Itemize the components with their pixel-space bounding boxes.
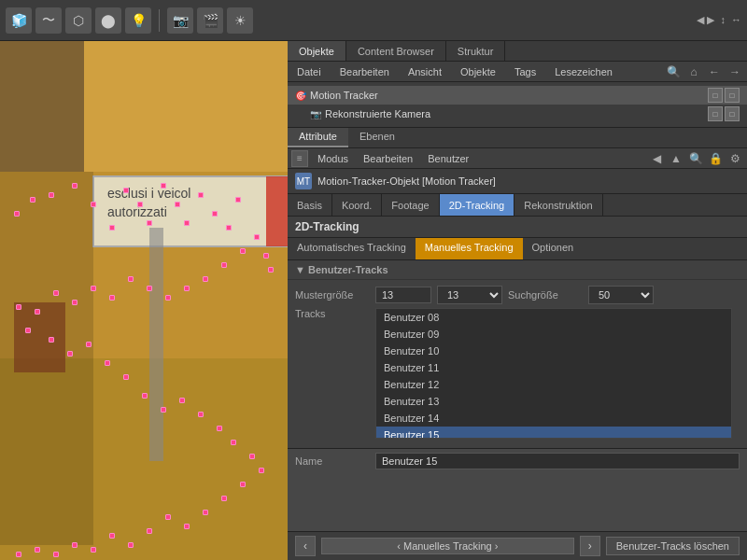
menu-objekte[interactable]: Objekte	[455, 64, 501, 79]
tracks-row: Tracks Benutzer 08Benutzer 09Benutzer 10…	[295, 308, 740, 439]
tab-struktur[interactable]: Struktur	[446, 41, 506, 61]
toolbar-icon-bezier[interactable]: 〜	[35, 7, 62, 34]
track-list-item[interactable]: Benutzer 09	[376, 326, 731, 343]
track-list-item[interactable]: Benutzer 08	[376, 309, 731, 326]
track-dot	[184, 220, 190, 226]
toolbar-icon-sphere[interactable]: ⬤	[95, 7, 121, 34]
suchgroesse-select[interactable]: 50	[588, 286, 654, 304]
toolbar-icon-video[interactable]: 🎬	[197, 7, 223, 34]
visibility-icon-2[interactable]: □	[708, 106, 723, 121]
attr-lock-icon[interactable]: 🔒	[707, 150, 724, 167]
menu-ansicht[interactable]: Ansicht	[402, 64, 447, 79]
section-tab-2d-tracking[interactable]: 2D-Tracking	[440, 194, 515, 216]
track-list-item[interactable]: Benutzer 13	[376, 393, 731, 410]
svg-rect-11	[149, 228, 163, 461]
track-dot	[184, 524, 190, 529]
section-tab-footage[interactable]: Footage	[382, 194, 439, 216]
nav-label-btn[interactable]: ‹ Manuelles Tracking ›	[321, 538, 574, 554]
nav-prev-btn[interactable]: ‹	[295, 536, 316, 556]
attr-search-icon[interactable]: 🔍	[687, 150, 704, 167]
tab-attribute[interactable]: Attribute	[288, 128, 348, 147]
viewport-image: esclusi i veicol autorizzati	[0, 41, 288, 560]
track-dot	[165, 295, 171, 301]
tab-ebenen[interactable]: Ebenen	[348, 128, 406, 147]
track-dot	[231, 440, 236, 445]
object-header: MT Motion-Tracker-Objekt [Motion Tracker…	[288, 169, 747, 194]
track-dot	[67, 351, 73, 357]
track-dot	[109, 225, 115, 231]
toolbar-icon-lamp[interactable]: ☀	[227, 7, 253, 34]
tracking-sub-tab-auto[interactable]: Automatisches Tracking	[288, 238, 416, 259]
tracking-sub-tab-manuell[interactable]: Manuelles Tracking	[416, 238, 523, 259]
attr-arrow-left-icon[interactable]: ◀	[648, 150, 665, 167]
track-dot	[268, 267, 274, 273]
tree-label-rekonstruierte-kamera: Rekonstruierte Kamera	[325, 108, 430, 119]
lock-icon[interactable]: □	[725, 88, 740, 103]
track-dot	[221, 262, 227, 268]
tab-content-browser[interactable]: Content Browser	[346, 41, 446, 61]
menu-datei[interactable]: Datei	[291, 64, 327, 79]
attr-benutzer[interactable]: Benutzer	[422, 151, 474, 166]
attr-modus[interactable]: Modus	[312, 151, 354, 166]
attr-menu-icon: ≡	[291, 150, 308, 167]
toolbar-icon-mesh[interactable]: ⬡	[65, 7, 92, 34]
track-dot	[128, 276, 134, 282]
tracking-sub-tab-optionen[interactable]: Optionen	[523, 238, 584, 259]
toolbar-icon-camera[interactable]: 📷	[167, 7, 193, 34]
svg-rect-12	[0, 172, 93, 545]
tracks-list[interactable]: Benutzer 08Benutzer 09Benutzer 10Benutze…	[375, 308, 732, 439]
track-list-item[interactable]: Benutzer 15	[376, 427, 731, 439]
suchgroesse-label: Suchgröße	[508, 289, 583, 301]
tree-item-rekonstruierte-kamera[interactable]: 📷 Rekonstruierte Kamera □ □	[303, 105, 747, 123]
nav-next-btn[interactable]: ›	[580, 536, 600, 556]
home-icon[interactable]: ⌂	[685, 63, 702, 80]
track-dot	[53, 290, 59, 296]
menu-bearbeiten[interactable]: Bearbeiten	[334, 64, 395, 79]
menu-lesezeichen[interactable]: Lesezeichen	[549, 64, 618, 79]
track-dot	[72, 183, 78, 189]
track-dot	[147, 528, 152, 534]
name-input[interactable]	[375, 453, 740, 469]
track-dot	[30, 197, 35, 203]
track-dot	[147, 220, 152, 226]
arrow-right-icon[interactable]: →	[726, 63, 743, 80]
track-dot	[203, 276, 208, 282]
track-list-item[interactable]: Benutzer 14	[376, 410, 731, 427]
arrow-left-icon[interactable]: ←	[706, 63, 723, 80]
kamera-icon: 📷	[310, 109, 321, 119]
delete-tracks-btn[interactable]: Benutzer-Tracks löschen	[606, 537, 740, 555]
tracking-header: 2D-Tracking	[288, 217, 747, 238]
mustergroesse-select[interactable]: 13	[437, 286, 502, 304]
attr-gear-icon[interactable]: ⚙	[726, 150, 743, 167]
section-tab-koord[interactable]: Koord.	[332, 194, 382, 216]
track-dot	[35, 547, 40, 553]
track-dot	[25, 328, 31, 333]
motion-tracker-icon: 🎯	[295, 91, 306, 101]
track-list-item[interactable]: Benutzer 11	[376, 359, 731, 376]
track-dot	[91, 286, 96, 291]
track-list-item[interactable]: Benutzer 12	[376, 376, 731, 393]
track-list-item[interactable]: Benutzer 10	[376, 343, 731, 359]
attribute-tab-bar: Attribute Ebenen	[288, 128, 747, 148]
toolbar-icon-light[interactable]: 💡	[125, 7, 151, 34]
attr-arrow-icon[interactable]: ▲	[668, 150, 684, 167]
search-icon[interactable]: 🔍	[665, 63, 682, 80]
mustergroesse-input[interactable]	[375, 287, 431, 303]
track-dot	[161, 183, 166, 189]
track-dot	[16, 552, 21, 557]
track-dot	[109, 533, 115, 539]
section-tab-rekonstruktion[interactable]: Rekonstruktion	[514, 194, 602, 216]
track-dot	[123, 188, 129, 193]
visibility-icon[interactable]: □	[708, 88, 723, 103]
tracks-label: Tracks	[295, 308, 370, 319]
track-dot	[203, 510, 208, 515]
tree-item-motion-tracker[interactable]: 🎯 Motion Tracker □ □	[288, 86, 747, 105]
toolbar-icon-cube[interactable]: 🧊	[6, 7, 32, 34]
viewport[interactable]: esclusi i veicol autorizzati	[0, 41, 288, 560]
track-dot	[240, 248, 246, 254]
section-tab-basis[interactable]: Basis	[288, 194, 332, 216]
tab-objekte[interactable]: Objekte	[288, 41, 346, 61]
lock-icon-2[interactable]: □	[725, 106, 740, 121]
menu-tags[interactable]: Tags	[509, 64, 542, 79]
attr-bearbeiten[interactable]: Bearbeiten	[358, 151, 418, 166]
